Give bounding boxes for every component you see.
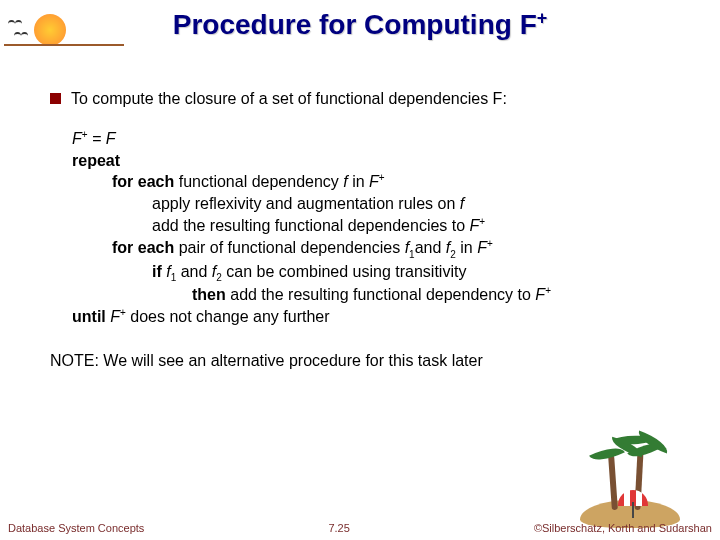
algo-text: can be combined using transitivity [222,263,467,280]
algo-line: add the resulting functional dependencie… [72,215,690,237]
footer-right: ©Silberschatz, Korth and Sudarshan [534,522,712,534]
algo-text: = F [88,130,116,147]
umbrella-pole-icon [632,502,634,518]
algorithm-block: F+ = F repeat for each functional depend… [72,128,690,329]
horizon-line [4,44,124,46]
footer-left: Database System Concepts [8,522,144,534]
var-F: F [470,217,480,234]
algo-line: for each pair of functional dependencies… [72,237,690,261]
title-text: Procedure for Computing F [173,9,537,40]
keyword-until: until [72,309,106,326]
superscript-plus: + [487,238,493,249]
algo-line: F+ = F [72,128,690,150]
keyword-if: if [152,263,162,280]
keyword-foreach: for each [112,239,174,256]
bird-icon [14,32,28,38]
title-superscript: + [537,8,548,28]
keyword-then: then [192,287,226,304]
algo-text: add the resulting functional dependency … [226,287,536,304]
algo-text: add the resulting functional dependencie… [152,217,470,234]
slide: Procedure for Computing F+ To compute th… [0,0,720,540]
var-F: F [477,239,487,256]
square-bullet-icon [50,93,61,104]
algo-text: in [348,173,369,190]
algo-text: and [176,263,212,280]
bird-icon [8,20,22,26]
slide-body: To compute the closure of a set of funct… [50,88,690,372]
var-F: F [369,173,379,190]
algo-text: functional dependency [174,173,343,190]
sun-icon [34,14,66,46]
var-f: f [162,263,171,280]
var-f: f [460,195,464,212]
superscript-plus: + [379,172,385,183]
algo-line: repeat [72,150,690,172]
algo-text: does not change any further [126,309,330,326]
superscript-plus: + [545,285,551,296]
var-F: F [535,287,545,304]
algo-line: apply reflexivity and augmentation rules… [72,193,690,215]
superscript-plus: + [479,216,485,227]
sun-birds-decoration [4,4,124,64]
keyword-repeat: repeat [72,152,120,169]
algo-text: in [456,239,477,256]
bullet-item: To compute the closure of a set of funct… [50,88,690,110]
algo-line: until F+ does not change any further [72,306,690,328]
algo-line: then add the resulting functional depend… [72,284,690,306]
algo-text: apply reflexivity and augmentation rules… [152,195,460,212]
var-F: F [106,309,120,326]
algo-line: for each functional dependency f in F+ [72,171,690,193]
algo-text: and [415,239,446,256]
note-text: NOTE: We will see an alternative procedu… [50,350,690,372]
bullet-text: To compute the closure of a set of funct… [71,88,507,110]
palm-island-decoration [570,418,690,528]
footer-center: 7.25 [328,522,349,534]
algo-text: pair of functional dependencies [174,239,404,256]
footer: Database System Concepts 7.25 ©Silbersch… [8,522,712,534]
algo-line: if f1 and f2 can be combined using trans… [72,261,690,285]
var-F: F [72,130,82,147]
keyword-foreach: for each [112,173,174,190]
